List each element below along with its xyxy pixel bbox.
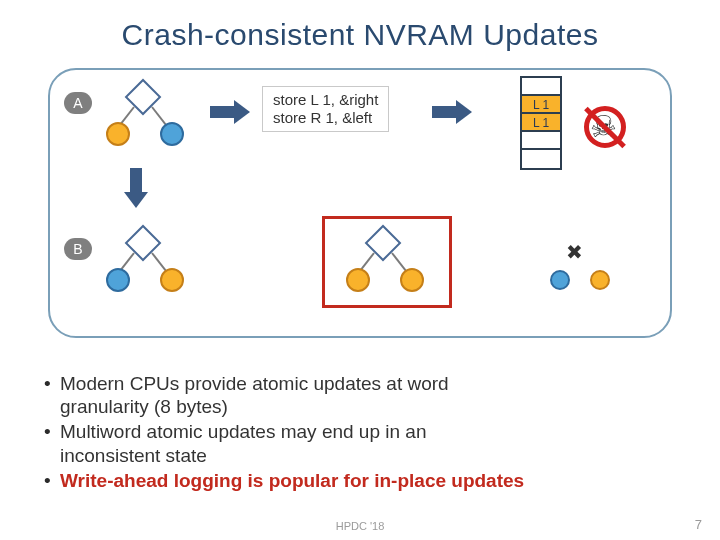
code-line-1: store L 1, &right	[273, 91, 378, 109]
tree-b3-blue	[550, 270, 570, 290]
cache-row-1: L 1	[522, 96, 560, 114]
cache-table: L 1 L 1	[520, 76, 562, 170]
cache-row-0	[522, 78, 560, 96]
cache-row-3	[522, 132, 560, 150]
tree-b3-yellow	[590, 270, 610, 290]
footer-page-number: 7	[695, 517, 702, 532]
arrow-a-to-b	[124, 168, 148, 208]
bullet-3-text: Write-ahead logging is popular for in-pl…	[60, 470, 524, 491]
cross-icon: ✖	[566, 240, 583, 264]
cache-row-2: L 1	[522, 114, 560, 132]
bullet-2: Multiword atomic updates may end up in a…	[44, 420, 684, 466]
state-label-b: B	[64, 238, 92, 260]
tree-b1-right-yellow	[160, 268, 184, 292]
code-line-2: store R 1, &left	[273, 109, 378, 127]
bullet-1-line-b: granularity (8 bytes)	[60, 396, 228, 417]
bullet-3: Write-ahead logging is popular for in-pl…	[44, 469, 684, 492]
diagram-box: A store L 1, &right store R 1, &left L 1…	[48, 68, 672, 338]
bullet-1-line-a: Modern CPUs provide atomic updates at wo…	[60, 373, 449, 394]
code-store-box: store L 1, &right store R 1, &left	[262, 86, 389, 132]
bullet-list: Modern CPUs provide atomic updates at wo…	[44, 370, 684, 494]
footer-conference: HPDC '18	[0, 520, 720, 532]
state-label-a: A	[64, 92, 92, 114]
arrow-a-to-code	[210, 100, 250, 124]
bullet-2-line-b: inconsistent state	[60, 445, 207, 466]
bullet-2-line-a: Multiword atomic updates may end up in a…	[60, 421, 426, 442]
tree-b1-left-blue	[106, 268, 130, 292]
bullet-1: Modern CPUs provide atomic updates at wo…	[44, 372, 684, 418]
tree-a-right-blue	[160, 122, 184, 146]
arrow-code-to-cache	[432, 100, 472, 124]
inconsistent-highlight-box	[322, 216, 452, 308]
page-title: Crash-consistent NVRAM Updates	[0, 0, 720, 62]
cache-row-4	[522, 150, 560, 168]
tree-a-left-yellow	[106, 122, 130, 146]
